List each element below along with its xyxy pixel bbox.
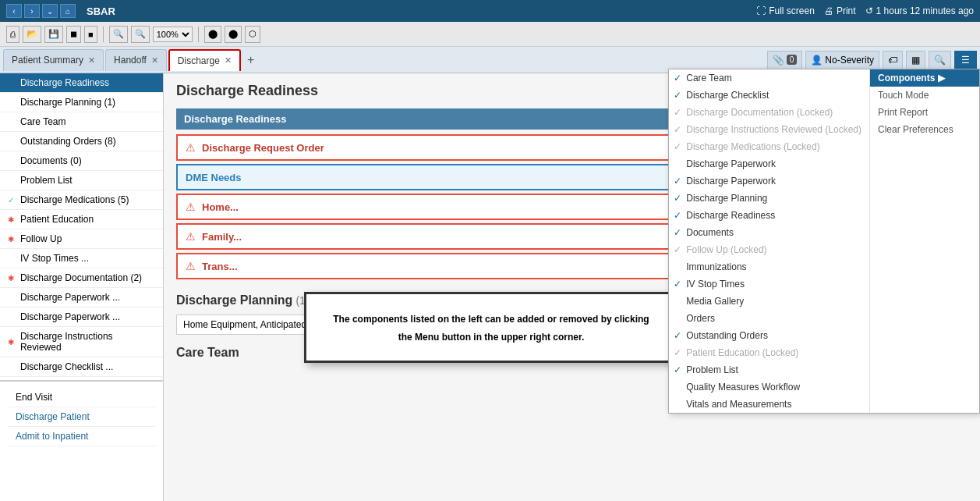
discharge-planning-title: Discharge Planning: [176, 293, 292, 307]
new-btn[interactable]: ⎙: [6, 26, 19, 43]
last-updated: ↺ 1 hours 12 minutes ago: [865, 5, 974, 16]
tab-discharge[interactable]: Discharge ✕: [168, 49, 241, 71]
app-title: SBAR: [87, 5, 752, 17]
tab-handoff-label: Handoff: [114, 55, 147, 66]
severity-label: No-Severity: [825, 55, 874, 66]
sidebar-admit-inpatient[interactable]: Admit to Inpatient: [8, 427, 155, 446]
tooltip-overlay: The components listed on the left can be…: [304, 292, 678, 363]
open-btn[interactable]: 📂: [23, 26, 41, 43]
indicator-follow-up: ✱: [8, 235, 17, 243]
sidebar-item-discharge-instructions[interactable]: ✱Discharge Instructions Reviewed: [0, 327, 163, 357]
submenu-item-touch-mode[interactable]: Touch Mode: [870, 87, 979, 104]
tool6[interactable]: ⬤: [225, 26, 242, 43]
toolbar: ⎙ 📂 💾 ◼ ■ 🔍 🔍 100% 75% 125% ⬤ ⬤ ⬡: [0, 22, 980, 47]
fullscreen-icon: ⛶: [756, 5, 766, 16]
tab-patient-summary-close[interactable]: ✕: [88, 55, 95, 66]
search-btn[interactable]: 🔍: [929, 51, 951, 69]
dropdown-menu: Care TeamDischarge ChecklistDischarge Do…: [668, 69, 980, 414]
tabs-bar: Patient Summary ✕ Handoff ✕ Discharge ✕ …: [0, 47, 980, 73]
submenu-item-clear-preferences[interactable]: Clear Preferences: [870, 121, 979, 138]
attachment-btn[interactable]: 📎 0: [767, 51, 803, 69]
tab-patient-summary[interactable]: Patient Summary ✕: [3, 49, 104, 71]
sidebar-item-discharge-paperwork-1[interactable]: Discharge Paperwork ...: [0, 288, 163, 307]
tab-handoff[interactable]: Handoff ✕: [105, 49, 167, 71]
columns-btn[interactable]: ▦: [906, 51, 925, 69]
tool4[interactable]: ■: [84, 26, 97, 43]
print-btn[interactable]: 🖨 Print: [824, 5, 856, 16]
home-button[interactable]: ⌂: [60, 4, 76, 18]
dropdown-item-quality-measures-workflow[interactable]: Quality Measures Workflow: [669, 378, 869, 396]
sidebar-item-discharge-readiness[interactable]: Discharge Readiness: [0, 73, 163, 93]
attachment-badge: 0: [787, 55, 798, 65]
add-tab-button[interactable]: +: [242, 53, 259, 67]
sidebar-item-documents[interactable]: Documents (0): [0, 151, 163, 171]
sidebar-item-problem-list[interactable]: Problem List: [0, 171, 163, 190]
nav-buttons[interactable]: ‹ › ⌄ ⌂: [6, 4, 76, 18]
tab-handoff-close[interactable]: ✕: [151, 55, 158, 66]
sidebar-item-discharge-paperwork-2[interactable]: Discharge Paperwork ...: [0, 307, 163, 327]
tool7[interactable]: ⬡: [245, 26, 260, 43]
tab-patient-summary-label: Patient Summary: [12, 55, 83, 66]
dropdown-items: Care TeamDischarge ChecklistDischarge Do…: [669, 69, 869, 413]
fullscreen-btn[interactable]: ⛶ Full screen: [756, 5, 815, 16]
sidebar-label-documents: Documents (0): [20, 155, 82, 166]
dropdown-item-discharge-checklist[interactable]: Discharge Checklist: [669, 87, 869, 104]
dropdown-item-discharge-paperwork[interactable]: Discharge Paperwork: [669, 172, 869, 190]
sidebar-item-patient-education[interactable]: ✱Patient Education: [0, 210, 163, 229]
sidebar-item-discharge-planning[interactable]: Discharge Planning (1): [0, 93, 163, 112]
tab-discharge-close[interactable]: ✕: [225, 55, 232, 66]
indicator-discharge-medications: ✓: [8, 196, 17, 204]
discharge-patient-link[interactable]: Discharge Patient: [16, 411, 90, 422]
submenu-item-print-report[interactable]: Print Report: [870, 104, 979, 121]
dropdown-item-discharge-paperwork[interactable]: Discharge Paperwork: [669, 155, 869, 172]
sidebar-item-discharge-documentation[interactable]: ✱Discharge Documentation (2): [0, 268, 163, 288]
dropdown-item-orders[interactable]: Orders: [669, 310, 869, 327]
print-icon: 🖨: [824, 5, 833, 16]
sidebar-item-outstanding-orders[interactable]: Outstanding Orders (8): [0, 132, 163, 151]
forward-button[interactable]: ›: [24, 4, 40, 18]
tag-btn[interactable]: 🏷: [883, 51, 903, 69]
tool3[interactable]: ◼: [66, 26, 81, 43]
dropdown-item-immunizations[interactable]: Immunizations: [669, 258, 869, 275]
admit-inpatient-link[interactable]: Admit to Inpatient: [16, 431, 88, 442]
dropdown-item-discharge-readiness[interactable]: Discharge Readiness: [669, 207, 869, 224]
menu-btn[interactable]: ☰: [954, 51, 977, 69]
alert-icon-3: ⚠: [186, 230, 196, 243]
dropdown-item-iv-stop-times[interactable]: IV Stop Times: [669, 275, 869, 293]
sidebar-label-patient-education: Patient Education: [20, 214, 94, 225]
dropdown-item-vitals-and-measurements[interactable]: Vitals and Measurements: [669, 396, 869, 413]
sidebar-item-discharge-medications[interactable]: ✓Discharge Medications (5): [0, 190, 163, 210]
alert-text-4: Trans...: [202, 261, 238, 272]
sidebar-item-care-team[interactable]: Care Team: [0, 112, 163, 132]
dropdown-item-problem-list[interactable]: Problem List: [669, 361, 869, 378]
back-button[interactable]: ‹: [6, 4, 22, 18]
dropdown-nav-button[interactable]: ⌄: [42, 4, 58, 18]
dropdown-item-discharge-planning[interactable]: Discharge Planning: [669, 190, 869, 207]
indicator-discharge-instructions: ✱: [8, 338, 17, 346]
sidebar-item-follow-up[interactable]: ✱Follow Up: [0, 229, 163, 249]
tag-icon: 🏷: [888, 55, 897, 66]
clock-icon: ↺: [865, 5, 873, 16]
alert-icon-4: ⚠: [186, 260, 196, 272]
dropdown-item-care-team[interactable]: Care Team: [669, 69, 869, 87]
dropdown-item-documents[interactable]: Documents: [669, 224, 869, 241]
sidebar-discharge-patient[interactable]: Discharge Patient: [8, 407, 155, 427]
info-text-1: DME Needs: [186, 172, 242, 183]
menu-icon: ☰: [961, 55, 970, 66]
sidebar-label-iv-stop-times: IV Stop Times ...: [20, 253, 89, 264]
dropdown-item-outstanding-orders[interactable]: Outstanding Orders: [669, 327, 869, 344]
magnify-in[interactable]: 🔍: [109, 26, 128, 43]
tool5[interactable]: ⬤: [204, 26, 221, 43]
severity-btn[interactable]: 👤 No-Severity: [805, 51, 879, 69]
sidebar-item-iv-stop-times[interactable]: IV Stop Times ...: [0, 249, 163, 268]
save-btn[interactable]: 💾: [44, 26, 63, 43]
sidebar-item-discharge-checklist[interactable]: Discharge Checklist ...: [0, 357, 163, 377]
zoom-control[interactable]: 100% 75% 125%: [153, 27, 193, 42]
sidebar-end-visit: End Visit: [8, 388, 155, 407]
indicator-patient-education: ✱: [8, 215, 17, 224]
magnify-out[interactable]: 🔍: [131, 26, 150, 43]
indicator-discharge-documentation: ✱: [8, 274, 17, 282]
zoom-select[interactable]: 100% 75% 125%: [153, 27, 193, 42]
dropdown-item-media-gallery[interactable]: Media Gallery: [669, 293, 869, 310]
sidebar-label-discharge-readiness: Discharge Readiness: [20, 77, 109, 88]
